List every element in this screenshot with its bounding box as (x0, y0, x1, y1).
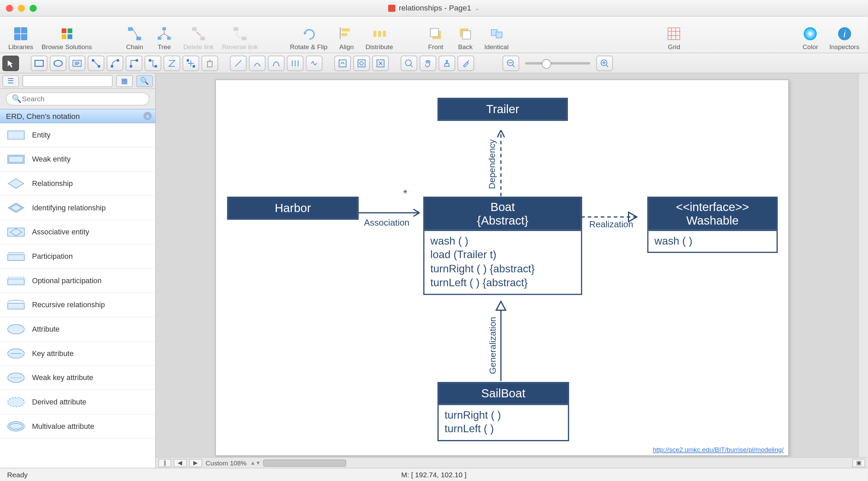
diagram-page[interactable]: Trailer Harbor Boat {Abstract} wash ( )l… (215, 79, 789, 456)
vertical-scrollbar[interactable] (858, 74, 868, 457)
align-button[interactable]: Align (332, 24, 361, 51)
connector-tool-2[interactable] (107, 55, 123, 70)
library-shape-item[interactable]: Multivalue attribute (0, 415, 155, 439)
line-tool-2[interactable] (249, 55, 265, 70)
zoom-label[interactable]: Custom 108% (206, 459, 247, 466)
svg-rect-52 (193, 65, 195, 67)
edit-tool-2[interactable] (353, 55, 370, 70)
eyedropper-tool[interactable] (457, 55, 474, 70)
color-button[interactable]: Color (796, 24, 825, 51)
line-tool-5[interactable] (306, 55, 322, 70)
panel-toggle-icon[interactable]: ☰ (2, 75, 19, 87)
library-shape-item[interactable]: Entity (0, 123, 155, 148)
browse-button[interactable]: Browse Solutions (38, 24, 96, 51)
reverse-link-button[interactable]: Reverse link (218, 24, 261, 51)
pointer-tool[interactable] (2, 55, 19, 70)
text-tool[interactable] (69, 55, 85, 70)
uml-interface-washable[interactable]: <<interface>> Washable wash ( ) (647, 196, 778, 253)
connector-tool-5[interactable] (163, 55, 180, 70)
generalization-label: Generalization (487, 317, 497, 374)
uml-class-trailer[interactable]: Trailer (437, 98, 568, 121)
chevron-down-icon[interactable]: ⌄ (475, 5, 479, 11)
back-button[interactable]: Back (451, 24, 479, 51)
connector-tool-6[interactable] (182, 55, 199, 70)
svg-rect-51 (187, 59, 189, 61)
shape-icon (6, 298, 26, 312)
canvas-area[interactable]: Trailer Harbor Boat {Abstract} wash ( )l… (156, 74, 858, 457)
class-title: <<interface>> Washable (648, 198, 776, 230)
close-icon[interactable]: × (143, 112, 152, 120)
document-icon (388, 4, 395, 12)
panel-grid-view[interactable]: ▦ (116, 75, 133, 87)
library-shape-item[interactable]: Relationship (0, 172, 155, 196)
library-shape-item[interactable]: Participation (0, 245, 155, 269)
hscroll-thumb[interactable] (263, 459, 346, 466)
zoom-out-button[interactable] (502, 55, 519, 70)
connector-tool-4[interactable] (145, 55, 161, 70)
distribute-button[interactable]: Distribute (362, 24, 396, 51)
library-section-label: ERD, Chen's notation (6, 111, 80, 120)
svg-rect-76 (8, 255, 24, 260)
library-filter-input[interactable] (22, 75, 113, 87)
inspectors-button[interactable]: iInspectors (826, 24, 863, 51)
uml-class-harbor[interactable]: Harbor (227, 196, 358, 219)
edit-tool-1[interactable] (334, 55, 351, 70)
page-next-icon[interactable]: ▶ (189, 459, 202, 467)
library-shape-item[interactable]: Attribute (0, 317, 155, 342)
chain-button[interactable]: Chain (120, 24, 149, 51)
mouse-coordinates: M: [ 192.74, 102.10 ] (401, 470, 466, 479)
library-shape-item[interactable]: Key attribute (0, 342, 155, 366)
class-operations: wash ( )load (Trailer t)turnRight ( ) {a… (425, 230, 581, 293)
close-icon[interactable] (6, 4, 13, 12)
delete-link-button[interactable]: Delete link (180, 24, 217, 51)
identical-button[interactable]: Identical (481, 24, 512, 51)
svg-rect-37 (35, 60, 43, 66)
library-section-header[interactable]: ERD, Chen's notation × (0, 109, 155, 123)
zoom-in-button[interactable] (596, 55, 613, 70)
connector-tool-1[interactable] (88, 55, 104, 70)
view-toggle-icon[interactable]: ▣ (852, 459, 865, 467)
ellipse-tool[interactable] (50, 55, 66, 70)
page-prev-icon[interactable]: ◀ (174, 459, 186, 467)
zoom-slider[interactable] (525, 62, 590, 64)
tree-button[interactable]: Tree (150, 24, 179, 51)
zoom-icon[interactable] (29, 4, 37, 12)
hand-tool[interactable] (420, 55, 436, 70)
svg-rect-43 (92, 59, 94, 61)
delete-tool[interactable] (201, 55, 218, 70)
class-operations: wash ( ) (648, 230, 776, 252)
panel-search-view[interactable]: 🔍 (136, 75, 153, 87)
svg-rect-26 (462, 31, 471, 39)
library-shape-item[interactable]: Recursive relationship (0, 293, 155, 317)
library-shape-item[interactable]: Weak key attribute (0, 366, 155, 390)
uml-class-sailboat[interactable]: SailBoat turnRight ( )turnLeft ( ) (437, 382, 569, 441)
line-tool-4[interactable] (287, 55, 303, 70)
svg-point-59 (360, 61, 363, 65)
rotate-flip-button[interactable]: Rotate & Flip (286, 24, 331, 51)
minimize-icon[interactable] (18, 4, 25, 12)
uml-class-boat[interactable]: Boat {Abstract} wash ( )load (Trailer t)… (423, 196, 582, 294)
svg-rect-58 (358, 60, 365, 67)
grid-button[interactable]: Grid (660, 24, 688, 51)
shape-label: Key attribute (32, 349, 74, 357)
front-button[interactable]: Front (421, 24, 450, 51)
library-shape-item[interactable]: Derived attribute (0, 390, 155, 415)
library-shape-item[interactable]: Weak entity (0, 147, 155, 172)
line-tool-1[interactable] (230, 55, 246, 70)
library-shape-item[interactable]: Identifying relationship (0, 196, 155, 221)
edit-tool-3[interactable] (372, 55, 389, 70)
line-tool-3[interactable] (268, 55, 284, 70)
connector-tool-3[interactable] (126, 55, 142, 70)
magnify-tool[interactable] (401, 55, 417, 70)
rect-tool[interactable] (31, 55, 47, 70)
svg-rect-20 (373, 31, 376, 37)
stamp-tool[interactable] (439, 55, 455, 70)
page-pause-icon[interactable]: ∥ (158, 459, 171, 467)
search-input[interactable] (6, 92, 149, 105)
shape-icon (6, 201, 26, 215)
library-shape-item[interactable]: Optional participation (0, 269, 155, 293)
library-shape-item[interactable]: Associative entity (0, 220, 155, 245)
libraries-button[interactable]: Libraries (5, 24, 37, 51)
source-link[interactable]: http://sce2.umkc.edu/BIT/burrise/pl/mode… (653, 446, 784, 453)
svg-rect-28 (496, 32, 501, 38)
